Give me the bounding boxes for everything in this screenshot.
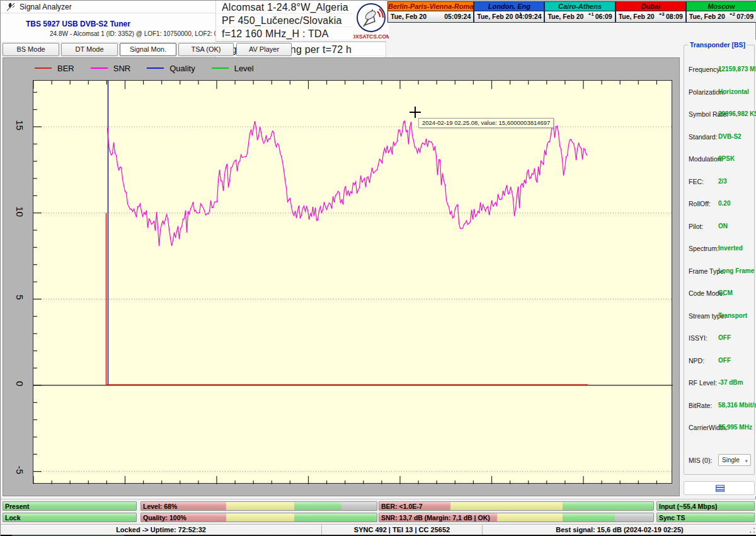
clock-time: 08:09: [666, 13, 683, 20]
chart-legend: BER SNR Quality Level: [35, 61, 254, 76]
signal-analyzer-window: Signal Analyzer TBS 5927 USB DVB-S2 Tune…: [0, 0, 756, 536]
clock-city-label: Dubai: [616, 2, 685, 11]
row-npd: NPD:OFF: [684, 357, 754, 366]
tab-dt-mode[interactable]: DT Mode: [61, 43, 118, 56]
row-rolloff: RollOff:0.20: [684, 200, 754, 209]
row-spectrum: Spectrum:Inverted: [684, 245, 754, 253]
dxsatcs-logo: DXSATCS.COM: [353, 3, 389, 40]
clock-date: Tue, Feb 20: [619, 13, 655, 20]
clock-city-label: London, Eng: [474, 2, 544, 11]
clock-utc-offset: +1: [588, 11, 593, 17]
level-line-swatch: [212, 67, 229, 69]
clock-time: 05:09:24: [444, 13, 471, 20]
y-tick-label: 5: [14, 290, 25, 305]
legend-item-quality: Quality: [147, 64, 195, 73]
row-issyi: ISSYI:OFF: [684, 334, 754, 343]
window-title: Signal Analyzer: [20, 3, 72, 11]
transponder-panel: Transponder [BS] Frequency:12159,873 MHz…: [681, 40, 756, 496]
y-tick-label: 15: [14, 118, 25, 133]
resize-grip[interactable]: [748, 527, 756, 534]
mode-tabs: BS Mode DT Mode Signal Mon. TSA (OK) AV …: [1, 42, 215, 57]
clock-date: Tue, Feb 20: [477, 13, 513, 20]
tab-av-player[interactable]: AV Player: [236, 43, 292, 56]
level-meter: Level: 68%: [140, 501, 377, 511]
row-bitrate: BitRate:58,316 Mbit/s: [684, 402, 754, 411]
quality-meter: Quality: 100%: [140, 513, 377, 522]
row-code-mode: Code Mode:CCM: [684, 289, 754, 298]
clock-berlin: Berlin-Paris-Vienna-Roma Tue, Feb 20 05:…: [388, 2, 474, 22]
row-frame-type: Frame Type:Long Frame: [684, 267, 754, 276]
clock-city-label: Berlin-Paris-Vienna-Roma: [388, 2, 473, 11]
groupbox-title: Transponder [BS]: [688, 41, 747, 49]
tab-tsa[interactable]: TSA (OK): [178, 43, 234, 56]
clock-moscow: Moscow Tue, Feb 20 +2 07:09: [687, 2, 756, 22]
signal-chart: BER SNR Quality Level 151050-5 2024-02-1…: [3, 57, 680, 496]
row-stream-type: Stream type:Transport: [684, 312, 754, 321]
snr-meter: SNR: 13,7 dB (Margin: 7,1 dB | OK): [379, 513, 654, 522]
sync-tei-cc-status: SYNC 492 | TEI 13 | CC 25652: [322, 525, 483, 535]
row-carrier-width: CarrierWidth:35,995 MHz: [684, 424, 754, 433]
y-tick-label: 10: [14, 204, 25, 219]
legend-item-level: Level: [212, 64, 254, 73]
present-indicator: Present: [3, 501, 137, 511]
snr-line-swatch: [91, 67, 108, 69]
clock-dubai: Dubai Tue, Feb 20 +3 08:09: [616, 2, 687, 22]
best-signal-status: Best signal: 15,6 dB (2024-02-19 02:25): [483, 525, 756, 535]
stream-list-button[interactable]: [684, 481, 755, 495]
lock-indicator: Lock: [3, 513, 137, 522]
uptime-status: Locked -> Uptime: 72:52:32: [1, 525, 322, 535]
row-standard: Standard:DVB-S2: [684, 133, 754, 142]
mis-dropdown[interactable]: Single▾: [718, 454, 751, 466]
row-symbol-rate: Symbol Rate:29996,982 KS/s: [684, 110, 754, 119]
legend-item-ber: BER: [35, 64, 74, 73]
ber-meter: BER: <1.0E-7: [379, 501, 654, 511]
plot-canvas: [33, 81, 673, 484]
ber-line-swatch: [35, 67, 52, 69]
chevron-down-icon: ▾: [745, 456, 748, 467]
tab-bs-mode[interactable]: BS Mode: [3, 43, 59, 56]
clock-city-label: Moscow: [687, 2, 756, 11]
row-frequency: Frequency:12159,873 MHz: [684, 66, 754, 74]
clock-time: 04:09:24: [515, 13, 541, 20]
tab-signal-mon[interactable]: Signal Mon.: [120, 43, 176, 56]
signal-meters-panel: Present Lock Level: 68% Quality: 100% BE…: [1, 499, 756, 524]
legend-item-snr: SNR: [91, 64, 130, 73]
datapoint-tooltip: 2024-02-19 02.25.08, value: 15,600000381…: [418, 118, 554, 128]
row-pilot: Pilot:ON: [684, 223, 754, 231]
quality-line-swatch: [147, 67, 164, 69]
clock-london: London, Eng Tue, Feb 20 -1 04:09:24: [474, 2, 545, 22]
transponder-groupbox: Transponder [BS] Frequency:12159,873 MHz…: [684, 45, 755, 475]
sync-ts-indicator: Sync TS: [656, 513, 755, 522]
stream-list-icon: [716, 485, 724, 492]
world-clocks-panel: Berlin-Paris-Vienna-Roma Tue, Feb 20 05:…: [387, 1, 756, 23]
y-tick-label: 0: [14, 376, 25, 392]
clock-city-label: Cairo-Athens: [545, 2, 614, 11]
status-bar: Locked -> Uptime: 72:52:32 SYNC 492 | TE…: [1, 525, 756, 535]
row-mis: MIS (0): Single▾: [684, 457, 754, 465]
input-indicator: Input (~55,4 Mbps): [656, 501, 755, 511]
clock-time: 06:09: [595, 13, 612, 20]
clock-date: Tue, Feb 20: [547, 13, 583, 20]
clock-cairo: Cairo-Athens Tue, Feb 20 +1 06:09: [545, 2, 616, 22]
cursor-crosshair: [410, 107, 421, 118]
app-icon: [6, 3, 15, 11]
row-modulation: Modulation:8PSK: [684, 155, 754, 164]
clock-date: Tue, Feb 20: [391, 13, 427, 20]
y-tick-label: -5: [14, 462, 25, 477]
plot-area: 151050-5 2024-02-19 02.25.08, value: 15,…: [33, 80, 672, 484]
row-polarization: Polarization:Horizontal: [684, 88, 754, 97]
row-rf-level: RF Level:-37 dBm: [684, 379, 754, 388]
clock-date: Tue, Feb 20: [689, 13, 725, 20]
clock-utc-offset: +3: [659, 11, 665, 17]
tuner-info-panel: TBS 5927 USB DVB-S2 Tuner 24.8W - Alcoms…: [1, 14, 215, 42]
tuner-name: TBS 5927 USB DVB-S2 Tuner: [26, 20, 130, 28]
clock-time: 07:09: [736, 13, 753, 20]
row-fec: FEC:2/3: [684, 178, 754, 187]
logo-text: DXSATCS.COM: [353, 33, 389, 40]
clock-utc-offset: +2: [730, 11, 735, 17]
